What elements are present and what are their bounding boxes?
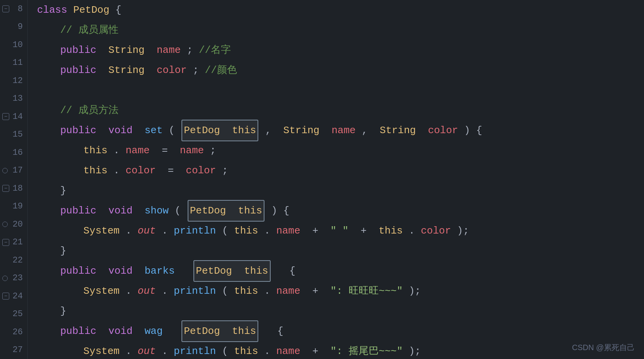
line-15: 15	[0, 126, 27, 144]
code-line-14: public void set ( PetDog this , String n…	[37, 120, 644, 141]
classname-petdog: PetDog	[73, 0, 110, 20]
code-line-13: // 成员方法	[37, 100, 644, 120]
fold-icon-14[interactable]	[2, 113, 9, 120]
watermark: CSDN @累死自己	[572, 342, 635, 353]
code-line-9: // 成员属性	[37, 20, 644, 40]
code-editor: 8 9 10 11 12 13 14 15 16 17	[0, 0, 644, 359]
comment-member-props: // 成员属性	[37, 20, 119, 40]
line-20: 20	[0, 215, 27, 234]
line-11: 11	[0, 54, 27, 72]
line-10: 10	[0, 36, 27, 54]
code-line-21: public void barks PetDog this {	[37, 261, 644, 281]
line-24: 24	[0, 287, 27, 305]
code-line-12	[37, 80, 644, 100]
line-26: 26	[0, 323, 27, 341]
fold-icon-20[interactable]	[2, 222, 8, 227]
line-23: 23	[0, 269, 27, 288]
fold-icon-24[interactable]	[2, 293, 9, 300]
comment-member-methods: // 成员方法	[37, 100, 119, 120]
line-12: 12	[0, 72, 27, 90]
line-16: 16	[0, 144, 27, 162]
highlight-petdog-this-show: PetDog this	[188, 200, 264, 222]
code-content: class PetDog { // 成员属性 public String nam…	[28, 0, 644, 359]
fold-icon-23[interactable]	[2, 276, 8, 281]
fold-icon-17[interactable]	[2, 168, 8, 173]
line-9: 9	[0, 18, 27, 36]
line-27: 27	[0, 341, 27, 359]
code-line-17: }	[37, 181, 644, 201]
highlight-petdog-this-wag: PetDog this	[181, 320, 258, 342]
code-line-19: System . out . println ( this . name + "…	[37, 221, 644, 241]
line-number-gutter: 8 9 10 11 12 13 14 15 16 17	[0, 0, 28, 359]
line-8: 8	[0, 0, 27, 18]
fold-icon-8[interactable]	[2, 5, 9, 12]
code-line-18: public void show ( PetDog this ) {	[37, 201, 644, 221]
line-14: 14	[0, 108, 27, 126]
line-22: 22	[0, 251, 27, 269]
code-line-25: System . out . println ( this . name + "…	[37, 341, 644, 359]
highlight-petdog-this-set: PetDog this	[181, 120, 258, 141]
code-line-11: public String color ; //颜色	[37, 60, 644, 80]
code-line-15: this . name = name ;	[37, 141, 644, 161]
highlight-petdog-this-barks: PetDog this	[193, 260, 270, 282]
line-25: 25	[0, 305, 27, 323]
fold-icon-18[interactable]	[2, 185, 9, 192]
code-line-23: }	[37, 301, 644, 321]
keyword-class: class	[37, 0, 67, 20]
code-line-8: class PetDog {	[37, 0, 644, 20]
line-19: 19	[0, 198, 27, 216]
line-17: 17	[0, 162, 27, 180]
line-21: 21	[0, 234, 27, 252]
code-line-16: this . color = color ;	[37, 161, 644, 181]
code-line-24: public void wag PetDog this {	[37, 321, 644, 341]
line-13: 13	[0, 90, 27, 108]
fold-icon-21[interactable]	[2, 239, 9, 246]
code-line-22: System . out . println ( this . name + "…	[37, 281, 644, 301]
line-18: 18	[0, 180, 27, 198]
code-line-10: public String name ; //名字	[37, 40, 644, 60]
code-line-20: }	[37, 241, 644, 261]
